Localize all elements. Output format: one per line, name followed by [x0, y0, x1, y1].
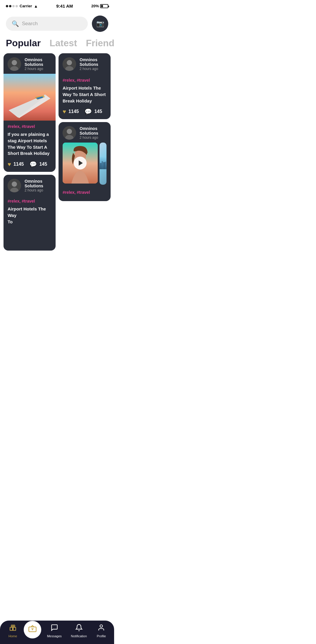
- svg-rect-18: [103, 162, 105, 169]
- svg-point-8: [67, 60, 72, 65]
- username-4: Omninos Solutions: [25, 179, 51, 188]
- card-title-4: Airport Hotels The WayTo: [8, 206, 51, 225]
- tabs-area: Popular Latest Friends: [0, 35, 114, 53]
- username-3: Omninos Solutions: [80, 126, 107, 136]
- search-area: 🔍 Search 📷: [0, 11, 114, 35]
- username-1: Omninos Solutions: [25, 57, 51, 67]
- comment-icon-1: 💬: [30, 161, 37, 168]
- status-right: 20%: [91, 4, 108, 8]
- wifi-icon: ▲: [34, 4, 38, 8]
- left-column: Omninos Solutions 2 hours ago: [4, 53, 56, 251]
- svg-rect-17: [102, 161, 103, 169]
- avatar-1: [8, 57, 21, 71]
- play-triangle-icon: [79, 160, 83, 166]
- card-stats-1: ♥ 1145 💬 145: [8, 161, 51, 168]
- avatar-2: [63, 57, 76, 71]
- user-info-1: Omninos Solutions 2 hours ago: [25, 57, 51, 71]
- post-card-2[interactable]: Omninos Solutions 2 hours ago #relex, #t…: [59, 53, 111, 119]
- video-thumb-1[interactable]: [63, 143, 98, 184]
- comment-icon-2: 💬: [85, 108, 92, 115]
- tab-latest[interactable]: Latest: [49, 38, 77, 49]
- heart-icon-2: ♥: [63, 108, 66, 115]
- likes-count-2: 1145: [68, 109, 79, 114]
- search-bar[interactable]: 🔍 Search: [6, 17, 88, 31]
- card-tags-1: #relex, #travel: [8, 124, 51, 129]
- comments-count-2: 145: [94, 109, 102, 114]
- signal-dot-4: [16, 5, 18, 7]
- svg-rect-16: [100, 163, 102, 169]
- post-card-4[interactable]: Omninos Solutions 2 hours ago #relex, #t…: [4, 175, 56, 251]
- card-body-4: #relex, #travel Airport Hotels The WayTo: [4, 195, 56, 233]
- content-area: Omninos Solutions 2 hours ago: [0, 53, 114, 277]
- user-info-2: Omninos Solutions 2 hours ago: [80, 57, 107, 71]
- heart-icon-1: ♥: [8, 161, 11, 168]
- camera-icon: 📷: [96, 20, 104, 28]
- time-3: 2 hours ago: [80, 136, 107, 140]
- card-header-2: Omninos Solutions 2 hours ago: [59, 53, 111, 74]
- battery-icon: [100, 4, 108, 8]
- card-image-1: [4, 74, 56, 121]
- user-info-4: Omninos Solutions 2 hours ago: [25, 179, 51, 192]
- video-thumb-2: [99, 143, 107, 185]
- card-header-4: Omninos Solutions 2 hours ago: [4, 175, 56, 195]
- card-header-1: Omninos Solutions 2 hours ago: [4, 53, 56, 74]
- camera-button[interactable]: 📷: [92, 16, 108, 32]
- video-strip: [59, 143, 111, 188]
- username-2: Omninos Solutions: [80, 57, 107, 67]
- comments-stat-2: 💬 145: [85, 108, 102, 115]
- comments-count-1: 145: [39, 162, 47, 167]
- right-column: Omninos Solutions 2 hours ago #relex, #t…: [59, 53, 111, 251]
- carrier-label: Carrier: [20, 4, 32, 8]
- user-info-3: Omninos Solutions 2 hours ago: [80, 126, 107, 140]
- search-icon: 🔍: [12, 21, 19, 27]
- post-card-1[interactable]: Omninos Solutions 2 hours ago: [4, 53, 56, 172]
- svg-rect-19: [105, 162, 106, 169]
- post-card-3[interactable]: Omninos Solutions 2 hours ago: [59, 122, 111, 201]
- signal-dot-1: [6, 5, 8, 7]
- card-body-1: #relex, #travel If you are plaining a st…: [4, 121, 56, 172]
- card-stats-2: ♥ 1145 💬 145: [63, 108, 107, 115]
- card-body-3: #relex, #travel: [59, 188, 111, 201]
- card-tags-3: #relex, #travel: [63, 190, 107, 195]
- card-title-2: Airport Hotels The Way To Start A Short …: [63, 85, 107, 104]
- time-4: 2 hours ago: [25, 188, 51, 192]
- status-bar: Carrier ▲ 9:41 AM 20%: [0, 0, 114, 11]
- likes-stat-2: ♥ 1145: [63, 108, 79, 115]
- status-time: 9:41 AM: [56, 4, 73, 8]
- card-header-3: Omninos Solutions 2 hours ago: [59, 122, 111, 143]
- card-body-2: #relex, #travel Airport Hotels The Way T…: [59, 74, 111, 119]
- card-tags-2: #relex, #travel: [63, 78, 107, 83]
- likes-stat-1: ♥ 1145: [8, 161, 24, 168]
- signal-dots: [6, 5, 18, 7]
- tab-popular[interactable]: Popular: [6, 38, 41, 49]
- search-placeholder-text: Search: [22, 21, 38, 27]
- battery-fill: [101, 5, 103, 7]
- likes-count-1: 1145: [13, 162, 24, 167]
- play-button[interactable]: [74, 157, 87, 169]
- svg-point-11: [67, 129, 72, 134]
- svg-point-5: [12, 181, 17, 187]
- time-2: 2 hours ago: [80, 67, 107, 71]
- card-tags-4: #relex, #travel: [8, 199, 51, 203]
- signal-dot-3: [12, 5, 15, 7]
- comments-stat-1: 💬 145: [30, 161, 47, 168]
- card-title-1: If you are plaining a stag Airport Hotel…: [8, 131, 51, 157]
- avatar-4: [8, 179, 21, 192]
- svg-point-1: [12, 60, 17, 65]
- content-grid: Omninos Solutions 2 hours ago: [0, 53, 114, 251]
- avatar-3: [63, 126, 76, 140]
- battery-percent: 20%: [91, 4, 99, 8]
- signal-dot-2: [9, 5, 11, 7]
- tab-friends[interactable]: Friends: [86, 38, 114, 49]
- time-1: 2 hours ago: [25, 67, 51, 71]
- status-left: Carrier ▲: [6, 4, 38, 8]
